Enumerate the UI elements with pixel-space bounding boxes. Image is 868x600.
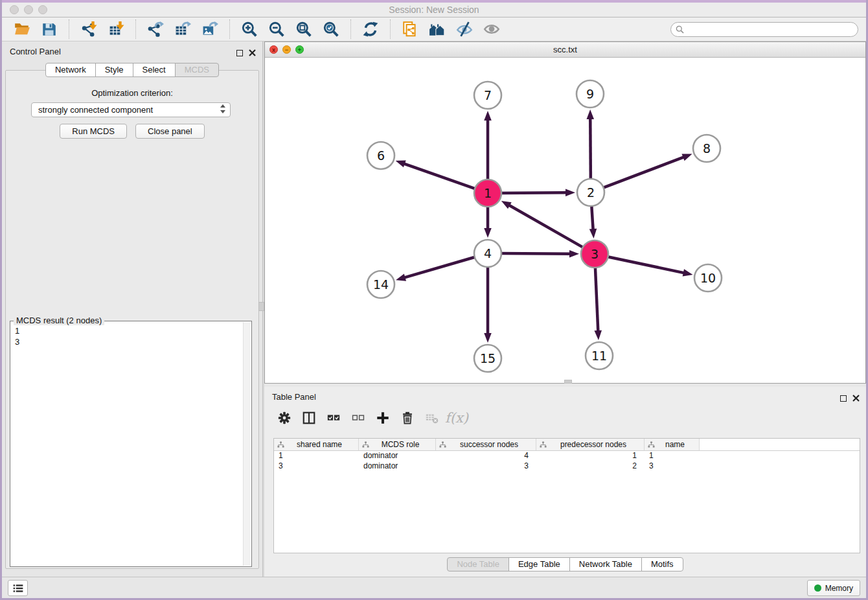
duplicate-network-icon[interactable] xyxy=(400,19,420,39)
open-session-icon[interactable] xyxy=(12,19,32,39)
graph-edge-3-11[interactable] xyxy=(595,266,599,332)
float-panel-icon[interactable] xyxy=(236,50,243,56)
window-titlebar: Session: New Session xyxy=(2,3,866,17)
graph-edge-1-6[interactable] xyxy=(404,163,477,189)
column-header-mcds-role[interactable]: MCDS role xyxy=(359,439,436,450)
graph-node-label: 7 xyxy=(484,88,492,102)
table-cell[interactable]: 3 xyxy=(645,461,700,472)
export-network-icon[interactable] xyxy=(146,19,165,39)
graph-edge-arrowhead xyxy=(396,161,406,168)
table-cell[interactable]: 2 xyxy=(536,461,645,472)
column-header-successor-nodes[interactable]: successor nodes xyxy=(436,439,536,450)
window-title: Session: New Session xyxy=(2,3,866,17)
panel-split-handle[interactable] xyxy=(258,302,264,311)
save-session-icon[interactable] xyxy=(40,19,59,39)
tab-select[interactable]: Select xyxy=(133,63,176,77)
graph-node-label: 10 xyxy=(700,271,716,285)
first-neighbors-icon[interactable] xyxy=(428,19,447,39)
export-table-icon[interactable] xyxy=(173,19,192,39)
table-cell[interactable]: 3 xyxy=(436,461,536,472)
result-scrollbar[interactable] xyxy=(243,322,251,566)
network-canvas[interactable]: 7968124314101511 xyxy=(265,58,865,383)
column-header-predecessor-nodes[interactable]: predecessor nodes xyxy=(536,439,645,450)
zoom-fit-icon[interactable] xyxy=(294,19,314,39)
node-table-body: 1dominator4113dominator323 xyxy=(274,451,860,472)
search-input[interactable] xyxy=(687,25,853,34)
network-maximize-button[interactable]: + xyxy=(295,45,304,54)
memory-status-icon xyxy=(814,584,821,592)
deselect-all-icon[interactable] xyxy=(349,409,367,427)
import-network-icon[interactable] xyxy=(79,19,98,39)
minimize-window-button[interactable] xyxy=(24,5,33,14)
add-column-icon[interactable] xyxy=(374,409,392,427)
graph-edge-arrowhead xyxy=(484,111,492,121)
network-window-title: scc.txt xyxy=(265,42,865,57)
column-layout-icon[interactable] xyxy=(300,409,318,427)
graph-edge-4-3[interactable] xyxy=(499,253,571,254)
application-window: Session: New Session Control Panel Netwo… xyxy=(0,0,868,600)
network-minimize-button[interactable]: − xyxy=(282,45,291,54)
table-cell[interactable]: 1 xyxy=(274,451,359,461)
table-panel: Table Panel f(x) shared nameMCDS rolesuc… xyxy=(264,387,866,577)
graph-edge-4-14[interactable] xyxy=(404,257,477,278)
select-all-icon[interactable] xyxy=(325,409,343,427)
table-cell[interactable]: 3 xyxy=(274,461,359,472)
function-builder-label: f(x) xyxy=(445,410,468,426)
network-window-titlebar[interactable]: x − + scc.txt xyxy=(265,42,865,58)
graph-edge-arrowhead xyxy=(484,228,492,238)
table-row[interactable]: 1dominator411 xyxy=(274,451,860,461)
tab-network-table[interactable]: Network Table xyxy=(569,557,642,571)
memory-button[interactable]: Memory xyxy=(807,580,860,596)
table-cell[interactable]: dominator xyxy=(359,451,436,461)
graph-edge-2-8[interactable] xyxy=(602,157,685,188)
zoom-out-icon[interactable] xyxy=(267,19,286,39)
show-all-icon[interactable] xyxy=(482,19,501,39)
graph-edge-2-9[interactable] xyxy=(590,118,591,181)
task-history-button[interactable] xyxy=(8,580,28,596)
graph-node-label: 4 xyxy=(484,246,492,260)
close-panel-button[interactable]: Close panel xyxy=(135,124,205,139)
table-cell[interactable]: dominator xyxy=(359,461,436,472)
close-table-panel-icon[interactable] xyxy=(852,393,860,404)
graph-edge-1-2[interactable] xyxy=(499,192,567,193)
graph-edge-2-3[interactable] xyxy=(591,204,593,230)
network-close-button[interactable]: x xyxy=(269,45,278,54)
column-header-shared-name[interactable]: shared name xyxy=(274,439,359,450)
tab-node-table[interactable]: Node Table xyxy=(447,557,509,571)
optimization-criterion-select[interactable]: strongly connected component xyxy=(31,102,231,117)
graph-edge-3-10[interactable] xyxy=(606,257,685,273)
tab-style[interactable]: Style xyxy=(95,63,133,77)
refresh-icon[interactable] xyxy=(361,19,380,39)
control-panel-title: Control Panel xyxy=(10,47,61,56)
table-row[interactable]: 3dominator323 xyxy=(274,461,860,472)
table-cell[interactable]: 4 xyxy=(436,451,536,461)
float-table-panel-icon[interactable] xyxy=(840,395,847,402)
run-mcds-button[interactable]: Run MCDS xyxy=(60,124,127,139)
tab-mcds[interactable]: MCDS xyxy=(175,63,219,77)
mcds-result-box: MCDS result (2 nodes) 13 xyxy=(10,321,252,567)
close-panel-icon[interactable] xyxy=(249,47,256,59)
graph-node-label: 8 xyxy=(703,141,711,156)
table-settings-icon[interactable] xyxy=(275,409,293,427)
tab-edge-table[interactable]: Edge Table xyxy=(508,557,570,571)
delete-table-icon xyxy=(423,409,441,427)
close-window-button[interactable] xyxy=(10,5,19,14)
graph-edge-arrowhead xyxy=(595,330,602,340)
column-header-name[interactable]: name xyxy=(645,439,700,450)
table-cell[interactable]: 1 xyxy=(645,451,700,461)
search-box[interactable] xyxy=(670,22,858,37)
tab-network[interactable]: Network xyxy=(45,63,96,77)
maximize-window-button[interactable] xyxy=(38,5,47,14)
horizontal-split-handle[interactable] xyxy=(564,380,572,384)
graph-edge-3-1[interactable] xyxy=(508,205,584,248)
import-table-icon[interactable] xyxy=(106,19,126,39)
tab-motifs[interactable]: Motifs xyxy=(641,557,683,571)
hide-selected-icon[interactable] xyxy=(455,19,474,39)
export-image-icon[interactable] xyxy=(200,19,220,39)
graph-edge-arrowhead xyxy=(682,154,692,161)
table-cell[interactable]: 1 xyxy=(536,451,645,461)
zoom-selected-icon[interactable] xyxy=(321,19,341,39)
zoom-in-icon[interactable] xyxy=(240,19,259,39)
delete-column-icon[interactable] xyxy=(398,409,417,427)
mcds-result-list[interactable]: 13 xyxy=(10,323,242,566)
